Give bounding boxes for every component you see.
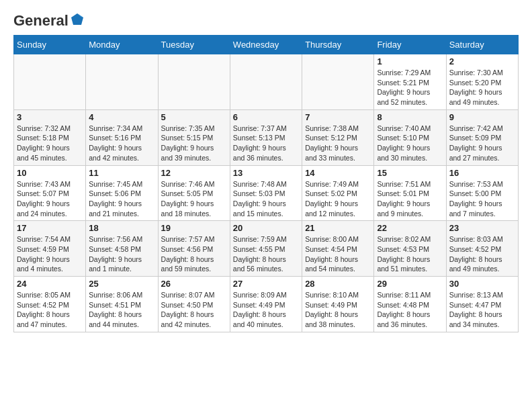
day-number: 2 (449, 56, 515, 66)
calendar-cell: 11Sunrise: 7:45 AMSunset: 5:06 PMDayligh… (86, 165, 158, 221)
calendar-cell: 15Sunrise: 7:51 AMSunset: 5:01 PMDayligh… (374, 165, 446, 221)
calendar-cell: 13Sunrise: 7:48 AMSunset: 5:03 PMDayligh… (230, 165, 302, 221)
day-info: Sunrise: 7:37 AMSunset: 5:13 PMDaylight:… (233, 124, 299, 163)
calendar-header-thursday: Thursday (302, 36, 374, 54)
day-info: Sunrise: 7:53 AMSunset: 5:00 PMDaylight:… (449, 179, 515, 219)
day-info: Sunrise: 7:56 AMSunset: 4:58 PMDaylight:… (89, 234, 154, 274)
calendar-cell: 5Sunrise: 7:35 AMSunset: 5:15 PMDaylight… (158, 109, 230, 165)
day-number: 19 (161, 223, 227, 233)
calendar-cell (86, 54, 158, 110)
calendar-table: SundayMondayTuesdayWednesdayThursdayFrid… (13, 35, 519, 332)
calendar-header-friday: Friday (374, 36, 446, 54)
calendar-cell: 20Sunrise: 7:59 AMSunset: 4:55 PMDayligh… (230, 221, 302, 277)
day-info: Sunrise: 7:45 AMSunset: 5:06 PMDaylight:… (89, 179, 154, 219)
calendar-week-row-4: 17Sunrise: 7:54 AMSunset: 4:59 PMDayligh… (14, 221, 519, 277)
day-number: 22 (377, 223, 443, 233)
day-info: Sunrise: 7:35 AMSunset: 5:15 PMDaylight:… (161, 124, 227, 163)
day-number: 20 (233, 223, 299, 233)
calendar-week-row-5: 24Sunrise: 8:05 AMSunset: 4:52 PMDayligh… (14, 277, 519, 332)
day-info: Sunrise: 8:00 AMSunset: 4:54 PMDaylight:… (305, 234, 371, 274)
day-info: Sunrise: 7:49 AMSunset: 5:02 PMDaylight:… (305, 179, 371, 219)
logo-general: General (13, 13, 69, 28)
day-number: 14 (305, 168, 371, 178)
day-number: 8 (377, 112, 443, 122)
calendar-cell: 25Sunrise: 8:06 AMSunset: 4:51 PMDayligh… (86, 277, 158, 332)
calendar-header-sunday: Sunday (14, 36, 86, 54)
calendar-cell: 6Sunrise: 7:37 AMSunset: 5:13 PMDaylight… (230, 109, 302, 165)
day-info: Sunrise: 7:29 AMSunset: 5:21 PMDaylight:… (377, 68, 443, 107)
day-number: 27 (233, 279, 299, 289)
calendar-week-row-1: 1Sunrise: 7:29 AMSunset: 5:21 PMDaylight… (14, 54, 519, 110)
day-number: 21 (305, 223, 371, 233)
calendar-header-wednesday: Wednesday (230, 36, 302, 54)
day-number: 28 (305, 279, 371, 289)
calendar-cell: 14Sunrise: 7:49 AMSunset: 5:02 PMDayligh… (302, 165, 374, 221)
day-number: 12 (161, 168, 227, 178)
day-info: Sunrise: 8:05 AMSunset: 4:52 PMDaylight:… (17, 290, 83, 330)
day-number: 24 (17, 279, 83, 289)
calendar-cell: 12Sunrise: 7:46 AMSunset: 5:05 PMDayligh… (158, 165, 230, 221)
day-number: 1 (377, 56, 443, 66)
calendar-header-tuesday: Tuesday (158, 36, 230, 54)
calendar-cell: 27Sunrise: 8:09 AMSunset: 4:49 PMDayligh… (230, 277, 302, 332)
calendar-week-row-3: 10Sunrise: 7:43 AMSunset: 5:07 PMDayligh… (14, 165, 519, 221)
day-info: Sunrise: 7:46 AMSunset: 5:05 PMDaylight:… (161, 179, 227, 219)
calendar-header-saturday: Saturday (446, 36, 518, 54)
day-number: 3 (17, 112, 83, 122)
calendar-cell: 3Sunrise: 7:32 AMSunset: 5:18 PMDaylight… (14, 109, 86, 165)
calendar-cell: 10Sunrise: 7:43 AMSunset: 5:07 PMDayligh… (14, 165, 86, 221)
calendar-cell: 21Sunrise: 8:00 AMSunset: 4:54 PMDayligh… (302, 221, 374, 277)
calendar-cell: 26Sunrise: 8:07 AMSunset: 4:50 PMDayligh… (158, 277, 230, 332)
day-number: 29 (377, 279, 443, 289)
day-info: Sunrise: 7:54 AMSunset: 4:59 PMDaylight:… (17, 234, 83, 274)
day-number: 23 (449, 223, 515, 233)
day-info: Sunrise: 8:10 AMSunset: 4:49 PMDaylight:… (305, 290, 371, 330)
calendar-cell: 1Sunrise: 7:29 AMSunset: 5:21 PMDaylight… (374, 54, 446, 110)
day-info: Sunrise: 8:06 AMSunset: 4:51 PMDaylight:… (89, 290, 154, 330)
calendar-cell: 7Sunrise: 7:38 AMSunset: 5:12 PMDaylight… (302, 109, 374, 165)
day-number: 17 (17, 223, 83, 233)
logo: General (13, 13, 85, 28)
day-info: Sunrise: 8:02 AMSunset: 4:53 PMDaylight:… (377, 234, 443, 274)
day-number: 15 (377, 168, 443, 178)
calendar-header-row: SundayMondayTuesdayWednesdayThursdayFrid… (14, 36, 519, 54)
svg-marker-0 (71, 13, 83, 25)
calendar-week-row-2: 3Sunrise: 7:32 AMSunset: 5:18 PMDaylight… (14, 109, 519, 165)
day-number: 7 (305, 112, 371, 122)
day-info: Sunrise: 7:59 AMSunset: 4:55 PMDaylight:… (233, 234, 299, 274)
calendar-cell: 4Sunrise: 7:34 AMSunset: 5:16 PMDaylight… (86, 109, 158, 165)
day-info: Sunrise: 7:38 AMSunset: 5:12 PMDaylight:… (305, 124, 371, 163)
calendar-cell: 29Sunrise: 8:11 AMSunset: 4:48 PMDayligh… (374, 277, 446, 332)
day-info: Sunrise: 8:03 AMSunset: 4:52 PMDaylight:… (449, 234, 515, 274)
day-number: 30 (449, 279, 515, 289)
calendar-header-monday: Monday (86, 36, 158, 54)
day-number: 11 (89, 168, 154, 178)
day-number: 6 (233, 112, 299, 122)
day-info: Sunrise: 7:34 AMSunset: 5:16 PMDaylight:… (89, 124, 154, 163)
day-number: 5 (161, 112, 227, 122)
calendar-cell: 19Sunrise: 7:57 AMSunset: 4:56 PMDayligh… (158, 221, 230, 277)
calendar-cell (302, 54, 374, 110)
day-number: 10 (17, 168, 83, 178)
day-info: Sunrise: 8:13 AMSunset: 4:47 PMDaylight:… (449, 290, 515, 330)
day-number: 16 (449, 168, 515, 178)
day-info: Sunrise: 8:11 AMSunset: 4:48 PMDaylight:… (377, 290, 443, 330)
day-info: Sunrise: 8:07 AMSunset: 4:50 PMDaylight:… (161, 290, 227, 330)
logo-icon (70, 12, 85, 27)
day-info: Sunrise: 7:57 AMSunset: 4:56 PMDaylight:… (161, 234, 227, 274)
day-info: Sunrise: 7:48 AMSunset: 5:03 PMDaylight:… (233, 179, 299, 219)
calendar-cell: 22Sunrise: 8:02 AMSunset: 4:53 PMDayligh… (374, 221, 446, 277)
calendar-cell (230, 54, 302, 110)
day-info: Sunrise: 7:32 AMSunset: 5:18 PMDaylight:… (17, 124, 83, 163)
day-info: Sunrise: 7:43 AMSunset: 5:07 PMDaylight:… (17, 179, 83, 219)
day-info: Sunrise: 8:09 AMSunset: 4:49 PMDaylight:… (233, 290, 299, 330)
calendar-cell: 8Sunrise: 7:40 AMSunset: 5:10 PMDaylight… (374, 109, 446, 165)
calendar-cell (14, 54, 86, 110)
day-info: Sunrise: 7:42 AMSunset: 5:09 PMDaylight:… (449, 124, 515, 163)
day-info: Sunrise: 7:51 AMSunset: 5:01 PMDaylight:… (377, 179, 443, 219)
calendar-cell: 24Sunrise: 8:05 AMSunset: 4:52 PMDayligh… (14, 277, 86, 332)
day-number: 9 (449, 112, 515, 122)
day-number: 4 (89, 112, 154, 122)
calendar-cell: 23Sunrise: 8:03 AMSunset: 4:52 PMDayligh… (446, 221, 518, 277)
calendar-cell: 17Sunrise: 7:54 AMSunset: 4:59 PMDayligh… (14, 221, 86, 277)
